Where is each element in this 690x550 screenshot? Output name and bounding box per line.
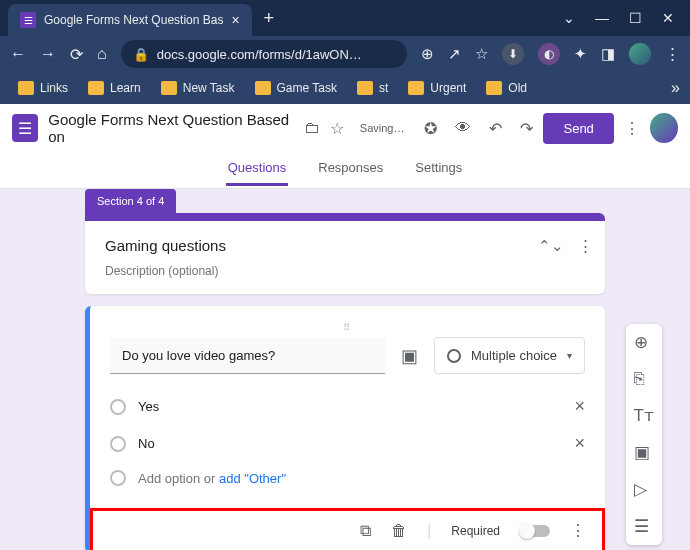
add-option-link[interactable]: Add option	[138, 471, 200, 486]
bookmark-star-icon[interactable]: ☆	[475, 45, 488, 63]
forms-app: ☰ Google Forms Next Question Based on 🗀 …	[0, 104, 690, 550]
remove-option-icon[interactable]: ×	[574, 396, 585, 417]
addon-icon[interactable]: ✪	[424, 119, 437, 138]
doc-title[interactable]: Google Forms Next Question Based on	[48, 111, 294, 145]
close-icon[interactable]: ✕	[662, 10, 674, 26]
move-folder-icon[interactable]: 🗀	[304, 119, 320, 137]
browser-navbar: ← → ⟳ ⌂ 🔒 docs.google.com/forms/d/1awON……	[0, 36, 690, 72]
question-type-select[interactable]: Multiple choice ▾	[434, 337, 585, 374]
folder-icon	[18, 81, 34, 95]
side-toolbar: ⊕ ⎘ Tᴛ ▣ ▷ ☰	[626, 324, 662, 545]
bookmarks-overflow-icon[interactable]: »	[671, 79, 680, 97]
tab-close-icon[interactable]: ×	[231, 12, 239, 28]
folder-icon	[486, 81, 502, 95]
url-bar[interactable]: 🔒 docs.google.com/forms/d/1awON…	[121, 40, 407, 68]
section-title[interactable]: Gaming questions	[105, 237, 585, 254]
bookmarks-bar: Links Learn New Task Game Task st Urgent…	[0, 72, 690, 104]
question-footer: ⧉ 🗑 | Required ⋮	[90, 508, 605, 550]
form-tabs: Questions Responses Settings	[0, 152, 690, 189]
option-row[interactable]: No ×	[110, 425, 585, 462]
bookmark-newtask[interactable]: New Task	[153, 77, 243, 99]
duplicate-icon[interactable]: ⧉	[360, 522, 371, 540]
new-tab-button[interactable]: +	[264, 8, 275, 29]
folder-icon	[408, 81, 424, 95]
folder-icon	[255, 81, 271, 95]
saving-status: Saving…	[360, 122, 405, 134]
back-icon[interactable]: ←	[10, 45, 26, 63]
import-icon[interactable]: ⎘	[632, 367, 656, 391]
forms-logo-icon[interactable]: ☰	[12, 114, 38, 142]
add-video-icon[interactable]: ▷	[632, 477, 656, 502]
bookmark-gametask[interactable]: Game Task	[247, 77, 345, 99]
bookmark-st[interactable]: st	[349, 77, 396, 99]
extension-icon[interactable]: ◐	[538, 43, 560, 65]
question-input[interactable]	[110, 338, 385, 374]
section-badge: Section 4 of 4	[85, 189, 176, 213]
section-header-card[interactable]: Gaming questions Description (optional) …	[85, 213, 605, 294]
minimize-icon[interactable]: —	[595, 10, 609, 26]
radio-icon	[447, 349, 461, 363]
bookmark-urgent[interactable]: Urgent	[400, 77, 474, 99]
forward-icon[interactable]: →	[40, 45, 56, 63]
tab-favicon: ☰	[20, 12, 36, 28]
image-icon[interactable]: ▣	[397, 341, 422, 371]
undo-icon[interactable]: ↶	[489, 119, 502, 138]
puzzle-icon[interactable]: ✦	[574, 45, 587, 63]
radio-icon	[110, 436, 126, 452]
chevron-down-icon[interactable]: ⌄	[563, 10, 575, 26]
window-controls: ⌄ — ☐ ✕	[563, 10, 682, 26]
home-icon[interactable]: ⌂	[97, 45, 107, 63]
send-button[interactable]: Send	[543, 113, 613, 144]
navbar-actions: ⊕ ↗ ☆ ⬇ ◐ ✦ ◨ ⋮	[421, 43, 680, 65]
option-row[interactable]: Yes ×	[110, 388, 585, 425]
chevron-down-icon: ▾	[567, 350, 572, 361]
section-more-icon[interactable]: ⋮	[578, 237, 593, 255]
question-card[interactable]: ⠿ ▣ Multiple choice ▾ Yes ×	[85, 306, 605, 550]
reload-icon[interactable]: ⟳	[70, 45, 83, 64]
more-icon[interactable]: ⋮	[624, 119, 640, 138]
form-canvas: Section 4 of 4 Gaming questions Descript…	[0, 189, 690, 550]
add-other-link[interactable]: add "Other"	[219, 471, 286, 486]
add-title-icon[interactable]: Tᴛ	[632, 403, 656, 428]
menu-icon[interactable]: ⋮	[665, 45, 680, 63]
maximize-icon[interactable]: ☐	[629, 10, 642, 26]
add-section-icon[interactable]: ☰	[632, 514, 656, 539]
folder-icon	[161, 81, 177, 95]
tab-settings[interactable]: Settings	[413, 152, 464, 186]
add-image-icon[interactable]: ▣	[632, 440, 656, 465]
account-avatar[interactable]	[650, 113, 678, 143]
profile-icon[interactable]	[629, 43, 651, 65]
bookmark-links[interactable]: Links	[10, 77, 76, 99]
browser-tab[interactable]: ☰ Google Forms Next Question Bas ×	[8, 4, 252, 36]
collapse-icon[interactable]: ⌃⌄	[538, 237, 564, 255]
app-header: ☰ Google Forms Next Question Based on 🗀 …	[0, 104, 690, 152]
tab-responses[interactable]: Responses	[316, 152, 385, 186]
bookmark-learn[interactable]: Learn	[80, 77, 149, 99]
tab-questions[interactable]: Questions	[226, 152, 289, 186]
folder-icon	[88, 81, 104, 95]
required-toggle[interactable]	[520, 525, 550, 537]
add-question-icon[interactable]: ⊕	[632, 330, 656, 355]
radio-icon	[110, 399, 126, 415]
panel-icon[interactable]: ◨	[601, 45, 615, 63]
tab-title: Google Forms Next Question Bas	[44, 13, 223, 27]
browser-titlebar: ☰ Google Forms Next Question Bas × + ⌄ —…	[0, 0, 690, 36]
remove-option-icon[interactable]: ×	[574, 433, 585, 454]
drag-handle-icon[interactable]: ⠿	[110, 322, 585, 337]
required-label: Required	[451, 524, 500, 538]
section-description[interactable]: Description (optional)	[105, 264, 585, 278]
add-option-row: Add option or add "Other"	[110, 462, 585, 494]
url-text: docs.google.com/forms/d/1awON…	[157, 47, 362, 62]
question-more-icon[interactable]: ⋮	[570, 521, 586, 540]
delete-icon[interactable]: 🗑	[391, 522, 407, 540]
bookmark-old[interactable]: Old	[478, 77, 535, 99]
radio-icon	[110, 470, 126, 486]
preview-icon[interactable]: 👁	[455, 119, 471, 137]
star-icon[interactable]: ☆	[330, 119, 344, 138]
downloads-icon[interactable]: ⬇	[502, 43, 524, 65]
folder-icon	[357, 81, 373, 95]
redo-icon[interactable]: ↷	[520, 119, 533, 138]
share-icon[interactable]: ↗	[448, 45, 461, 63]
lock-icon: 🔒	[133, 47, 149, 62]
zoom-icon[interactable]: ⊕	[421, 45, 434, 63]
